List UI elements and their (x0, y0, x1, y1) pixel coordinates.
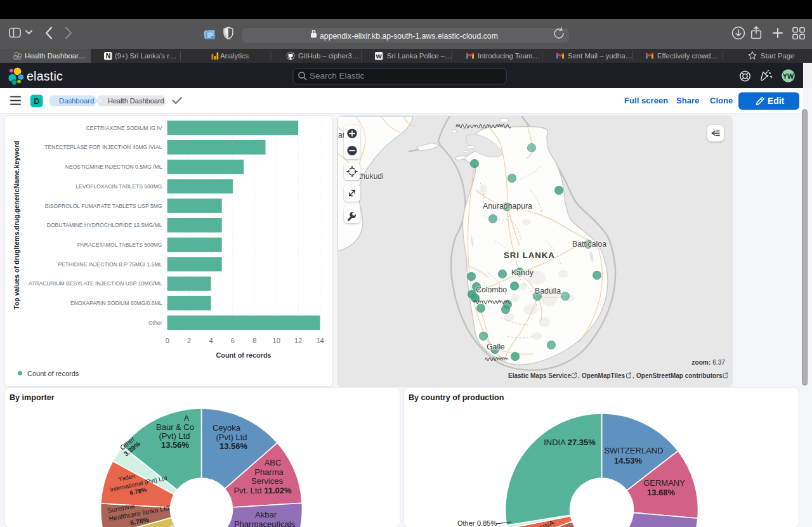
svg-text:Clone: Clone (710, 96, 733, 105)
svg-text:Batticaloa: Batticaloa (572, 240, 606, 249)
svg-text:W: W (376, 52, 383, 59)
svg-text:Pharma: Pharma (254, 467, 284, 477)
svg-text:Edit: Edit (768, 96, 784, 106)
svg-text:Pvt. Ltd 11.02%: Pvt. Ltd 11.02% (233, 486, 292, 495)
svg-text:8: 8 (252, 337, 256, 344)
svg-text:,: , (578, 372, 580, 379)
svg-text:ATRACURIUM BESYLATE INJECTION: ATRACURIUM BESYLATE INJECTION USP 10MG/M… (29, 280, 162, 287)
svg-text:10: 10 (273, 337, 280, 344)
svg-text:zoom: 6.37: zoom: 6.37 (691, 359, 725, 366)
svg-text:13.56%: 13.56% (219, 441, 248, 451)
svg-text:0.85%: 0.85% (477, 519, 497, 527)
svg-text:TENECTEPLASE FOR INJECTION 40M: TENECTEPLASE FOR INJECTION 40MG /VIAL (44, 144, 162, 150)
svg-text:Other: Other (148, 320, 162, 326)
svg-text:Sent Mail – yudha…: Sent Mail – yudha… (568, 52, 632, 60)
svg-text:0: 0 (166, 337, 169, 344)
svg-text:PARACETAMOL TABLETS 500MG: PARACETAMOL TABLETS 500MG (77, 242, 162, 248)
svg-text:GitHub – cipher3…: GitHub – cipher3… (298, 52, 359, 60)
svg-text:Anuradhapura: Anuradhapura (483, 202, 532, 211)
svg-text:14: 14 (316, 337, 324, 344)
svg-text:YW: YW (783, 72, 794, 79)
svg-text:14.53%: 14.53% (614, 456, 643, 465)
svg-text:Effectively crowd…: Effectively crowd… (657, 52, 718, 60)
svg-text:LEVOFLOXACIN TABLETS 500MG: LEVOFLOXACIN TABLETS 500MG (75, 183, 162, 190)
svg-text:Ceyoka: Ceyoka (213, 423, 241, 433)
svg-text:13.56%: 13.56% (161, 440, 190, 450)
svg-text:Share: Share (676, 96, 699, 105)
svg-text:PETHIDINE INJECTION B.P 75MG/: PETHIDINE INJECTION B.P 75MG/ 1.5ML (58, 261, 162, 268)
svg-text:NEOSTIGMINE INJECTION 0.5MG /M: NEOSTIGMINE INJECTION 0.5MG /ML (65, 164, 162, 170)
svg-text:BISOPROLOL FUMARATE TABLETS US: BISOPROLOL FUMARATE TABLETS USP 5MG (45, 203, 162, 209)
svg-text:Akbar: Akbar (255, 510, 277, 519)
svg-text:Galle: Galle (487, 342, 505, 351)
svg-text:DOBUTAMINE HYDROCHLORIDE 12.5M: DOBUTAMINE HYDROCHLORIDE 12.5MG/ML (47, 222, 162, 228)
svg-text:A: A (184, 413, 190, 423)
svg-text:13.68%: 13.68% (647, 488, 676, 497)
svg-text:GERMANY: GERMANY (643, 478, 685, 488)
svg-text:ABC: ABC (265, 458, 282, 467)
svg-text:(Pvt) Ltd: (Pvt) Ltd (216, 433, 247, 442)
svg-text:Colombo: Colombo (476, 285, 507, 294)
svg-text:SRI LANKA: SRI LANKA (504, 250, 555, 260)
svg-text:Health Dashboard: Health Dashboard (108, 97, 164, 105)
svg-text:Health Dashboar…: Health Dashboar… (25, 52, 86, 60)
svg-text:Other: Other (457, 519, 475, 527)
svg-text:12: 12 (294, 337, 302, 344)
svg-text:Count of records: Count of records (27, 370, 79, 377)
svg-text:(Pvt) Ltd: (Pvt) Ltd (159, 431, 190, 441)
svg-text:OpenMapTiles: OpenMapTiles (582, 372, 625, 379)
svg-text:Search Elastic: Search Elastic (310, 70, 365, 80)
svg-text:Badulla: Badulla (535, 287, 561, 296)
svg-text:2: 2 (187, 337, 191, 344)
svg-text:Sri Lanka Police –…: Sri Lanka Police –… (387, 52, 452, 60)
svg-text:6: 6 (231, 337, 235, 344)
svg-text:OpenStreetMap contributors: OpenStreetMap contributors (636, 372, 723, 379)
svg-text:SWITZERLAND: SWITZERLAND (604, 446, 663, 455)
svg-text:Full screen: Full screen (624, 96, 668, 105)
svg-text:appendix-elixir.kb.ap-south-1.: appendix-elixir.kb.ap-south-1.aws.elasti… (320, 32, 498, 41)
svg-text:4: 4 (209, 337, 213, 344)
svg-text:Introducing Team…: Introducing Team… (478, 52, 540, 60)
svg-text:ENOXAPARIN SODIUM 60MG/0.6ML: ENOXAPARIN SODIUM 60MG/0.6ML (70, 300, 162, 306)
svg-text:Count of records: Count of records (216, 351, 272, 359)
svg-text:INDIA 27.35%: INDIA 27.35% (544, 438, 596, 447)
svg-text:Dashboard: Dashboard (59, 97, 94, 105)
svg-text:Kandy: Kandy (511, 268, 534, 277)
svg-text:(9+) Sri Lanka’s r…: (9+) Sri Lanka’s r… (115, 52, 176, 60)
svg-text:Pharmaceuticals: Pharmaceuticals (234, 519, 296, 527)
svg-text:D: D (34, 97, 39, 106)
svg-text:Elastic Maps Service: Elastic Maps Service (508, 372, 571, 379)
svg-text:N: N (106, 52, 111, 60)
svg-text:Start Page: Start Page (761, 52, 794, 60)
svg-text:Top values of drugItems.drug.g: Top values of drugItems.drug.genericName… (13, 141, 20, 309)
svg-text:CEFTRIAXONE SODIUM IG IV: CEFTRIAXONE SODIUM IG IV (86, 125, 162, 131)
svg-text:elastic: elastic (27, 68, 63, 82)
svg-text:,: , (632, 372, 634, 379)
svg-text:Analytics: Analytics (220, 52, 249, 60)
svg-text:Services: Services (251, 476, 283, 486)
svg-text:Baur & Co: Baur & Co (156, 422, 194, 432)
